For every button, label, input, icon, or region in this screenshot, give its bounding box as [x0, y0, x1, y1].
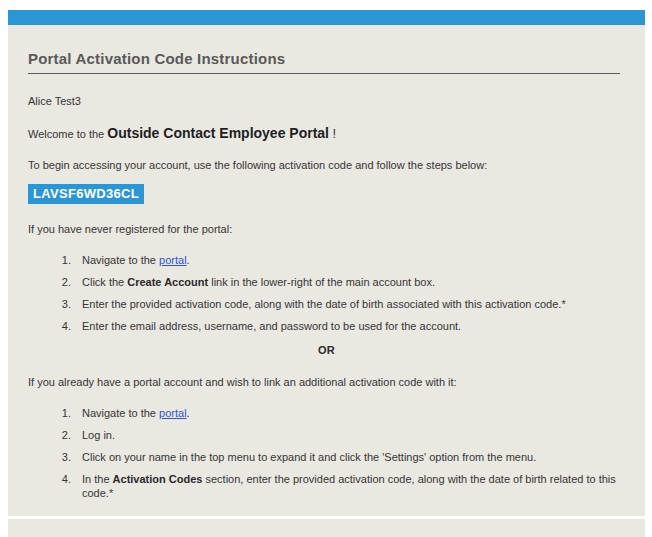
or-divider: OR [28, 343, 625, 357]
intro-line: To begin accessing your account, use the… [28, 158, 625, 172]
list-item: In the Activation Codes section, enter t… [74, 472, 625, 500]
step-text: . [187, 254, 190, 266]
page-title: Portal Activation Code Instructions [28, 49, 625, 68]
footer-strip [8, 519, 645, 537]
content-panel: Portal Activation Code Instructions Alic… [8, 25, 645, 516]
step-text: In the [82, 473, 113, 485]
activation-code: LAVSF6WD36CL [28, 184, 144, 204]
list-item: Enter the provided activation code, alon… [74, 297, 625, 311]
list-item: Click the Create Account link in the low… [74, 275, 625, 289]
step-text: Click on your name in the top menu to ex… [82, 451, 536, 463]
existing-account-steps: Navigate to the portal. Log in. Click on… [28, 406, 625, 500]
list-item: Log in. [74, 428, 625, 442]
list-item: Navigate to the portal. [74, 406, 625, 420]
step-text: link in the lower-right of the main acco… [208, 276, 435, 288]
step-text: . [187, 407, 190, 419]
welcome-text: Welcome to the [28, 128, 107, 140]
portal-name: Outside Contact Employee Portal [107, 125, 329, 141]
step-text: Navigate to the [82, 254, 159, 266]
list-item: Click on your name in the top menu to ex… [74, 450, 625, 464]
step-text: Enter the email address, username, and p… [82, 320, 461, 332]
step-text: Enter the provided activation code, alon… [82, 298, 566, 310]
activation-codes-label: Activation Codes [113, 473, 203, 485]
title-divider [28, 73, 620, 74]
email-document: Portal Activation Code Instructions Alic… [0, 10, 652, 537]
step-text: Log in. [82, 429, 115, 441]
welcome-exclamation: ! [329, 126, 336, 141]
step-text: Click the [82, 276, 127, 288]
step-text: Navigate to the [82, 407, 159, 419]
new-account-steps: Navigate to the portal. Click the Create… [28, 253, 625, 333]
panel-bottom-spacer [28, 508, 625, 514]
list-item: Navigate to the portal. [74, 253, 625, 267]
section-existing-heading: If you already have a portal account and… [28, 375, 625, 389]
recipient-name: Alice Test3 [28, 94, 625, 108]
list-item: Enter the email address, username, and p… [74, 319, 625, 333]
portal-link[interactable]: portal [159, 407, 187, 419]
portal-link[interactable]: portal [159, 254, 187, 266]
welcome-line: Welcome to the Outside Contact Employee … [28, 124, 625, 143]
activation-code-row: LAVSF6WD36CL [28, 184, 625, 204]
top-accent-bar [8, 10, 645, 25]
create-account-label: Create Account [127, 276, 208, 288]
section-new-heading: If you have never registered for the por… [28, 222, 625, 236]
